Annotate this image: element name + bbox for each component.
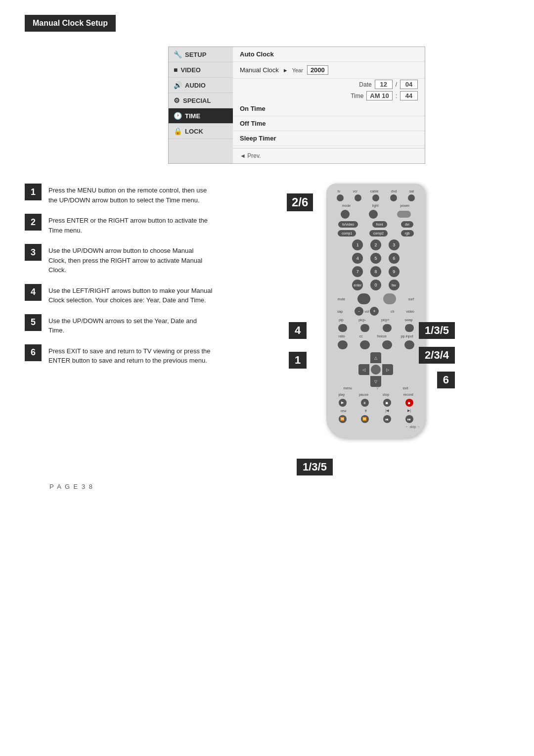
dvd-btn[interactable] xyxy=(390,194,397,201)
option-off-time[interactable]: Off Time xyxy=(233,116,425,131)
stop-btn[interactable]: ⏹ xyxy=(383,399,391,407)
swap-btn[interactable] xyxy=(405,324,414,332)
cable-btn[interactable] xyxy=(372,194,379,201)
picp-text: picp+ xyxy=(381,318,390,322)
option-on-time[interactable]: On Time xyxy=(233,101,425,116)
comp1-btn[interactable]: comp1 xyxy=(338,230,356,236)
rgb-btn[interactable]: rgb xyxy=(401,230,414,236)
dpad-right[interactable]: ▷ xyxy=(382,364,393,375)
btn-4[interactable]: 4 xyxy=(352,253,363,264)
skip-fwd-text: ▶| xyxy=(407,409,411,413)
btn-9[interactable]: 9 xyxy=(389,266,400,277)
pause-btn[interactable]: ⏸ xyxy=(361,399,369,407)
remote-area: 2/6 tv vcr cable dvd sat xyxy=(232,184,509,490)
steps-list: 1 Press the MENU button on the remote co… xyxy=(25,184,213,490)
dpad-left[interactable]: ◁ xyxy=(358,364,369,375)
ratio-btn[interactable] xyxy=(338,340,348,349)
dpad-up[interactable]: △ xyxy=(370,352,381,363)
ppinput-btn[interactable] xyxy=(404,340,414,349)
stop-text: stop xyxy=(383,393,389,396)
tv-btn[interactable] xyxy=(337,194,344,201)
callout-1: 1 xyxy=(289,352,307,369)
date-sep: / xyxy=(396,81,397,88)
date-value1[interactable]: 12 xyxy=(375,80,393,89)
surf-btn[interactable] xyxy=(383,293,396,304)
tvvideo-btn[interactable]: tv/video xyxy=(338,221,358,228)
step-text-1: Press the MENU button on the remote cont… xyxy=(48,184,213,205)
picp-btn[interactable] xyxy=(383,324,392,332)
option-auto-clock[interactable]: Auto Clock xyxy=(233,47,425,62)
skip-label: ← skip → xyxy=(331,425,420,428)
btn-3[interactable]: 3 xyxy=(389,239,400,250)
ratio-btns-row xyxy=(331,340,420,349)
btn-enter[interactable]: enter xyxy=(352,280,363,290)
play-text: play xyxy=(338,393,345,396)
vol-text: vol xyxy=(364,310,369,313)
mode-btn[interactable] xyxy=(341,210,350,219)
arrow-right-icon: ► xyxy=(283,67,288,73)
cc-btn[interactable] xyxy=(360,340,370,349)
date-value2[interactable]: 04 xyxy=(400,80,418,89)
step-num-1: 1 xyxy=(25,184,42,200)
tv-label: tv xyxy=(338,189,340,193)
time-label: Time xyxy=(351,93,363,99)
btn-2[interactable]: 2 xyxy=(370,239,381,250)
skipback-btn[interactable]: ⏮ xyxy=(383,415,391,423)
dvi-btn[interactable]: dvi xyxy=(401,221,413,228)
callout-4: 4 xyxy=(289,322,307,339)
front-btn[interactable]: front xyxy=(372,221,387,228)
btn-8[interactable]: 8 xyxy=(370,266,381,277)
video-text: video xyxy=(406,310,414,313)
callout-234-right: 2/3/4 xyxy=(419,347,455,364)
btn-fav[interactable]: fav xyxy=(389,280,400,290)
freeze-btn[interactable] xyxy=(382,340,392,349)
rew-btn[interactable]: ⏪ xyxy=(339,415,347,423)
sat-btn[interactable] xyxy=(408,194,415,201)
menu-item-audio[interactable]: 🔊 AUDIO xyxy=(169,78,233,93)
dpad: △ ◁ ▷ ▽ xyxy=(358,352,393,387)
skipfwd-btn[interactable]: ⏭ xyxy=(405,415,413,423)
option-sleep-timer[interactable]: Sleep Timer xyxy=(233,131,425,146)
prev-button[interactable]: ◄ Prev. xyxy=(233,148,425,163)
comp2-btn[interactable]: comp2 xyxy=(369,230,388,236)
record-btn[interactable]: ⏺ xyxy=(405,399,413,407)
time-value2[interactable]: 44 xyxy=(400,91,418,100)
btn-0[interactable]: 0 xyxy=(370,280,381,290)
setup-icon: 🔧 xyxy=(174,50,182,58)
mute-btn[interactable] xyxy=(357,293,370,304)
vcr-btn[interactable] xyxy=(355,194,361,201)
dpad-down[interactable]: ▽ xyxy=(370,376,381,387)
menu-item-special-label: SPECIAL xyxy=(183,97,211,104)
exit-text: exit xyxy=(403,386,408,390)
pip-btn[interactable] xyxy=(338,324,347,332)
pipm-btn[interactable] xyxy=(360,324,369,332)
sap-text: sap xyxy=(337,310,343,313)
menu-item-video[interactable]: ■ VIDEO xyxy=(169,62,233,78)
transport-labels: play pause stop record xyxy=(331,393,420,396)
mode-label: mode xyxy=(342,204,351,207)
time-value1[interactable]: AM 10 xyxy=(366,91,392,100)
power-btn[interactable] xyxy=(397,211,411,218)
menu-item-setup[interactable]: 🔧 SETUP xyxy=(169,47,233,62)
pip-btns-row xyxy=(331,324,420,332)
dpad-center[interactable] xyxy=(371,365,381,375)
option-manual-clock[interactable]: Manual Clock ► Year 2000 xyxy=(233,62,425,79)
step-num-2: 2 xyxy=(25,214,42,231)
year-value[interactable]: 2000 xyxy=(307,65,328,75)
light-btn[interactable] xyxy=(369,210,378,219)
play-btn[interactable]: ▶ xyxy=(339,399,347,407)
vol-down-btn[interactable]: - xyxy=(355,307,363,316)
step-text-3: Use the UP/DOWN arrow button to choose M… xyxy=(48,244,213,275)
vol-up-btn[interactable]: + xyxy=(370,307,379,316)
btn-1[interactable]: 1 xyxy=(352,239,363,250)
menu-item-lock[interactable]: 🔒 LOCK xyxy=(169,124,233,139)
btn-5[interactable]: 5 xyxy=(370,253,381,264)
btn-6[interactable]: 6 xyxy=(389,253,400,264)
callout-135-bottom: 1/3/5 xyxy=(297,459,333,475)
ff-btn[interactable]: ⏩ xyxy=(361,415,369,423)
btn-7[interactable]: 7 xyxy=(352,266,363,277)
menu-item-time[interactable]: 🕐 TIME xyxy=(169,108,233,124)
audio-icon: 🔊 xyxy=(174,81,182,89)
menu-item-special[interactable]: ⚙ SPECIAL xyxy=(169,93,233,108)
dvd-label: dvd xyxy=(391,189,397,193)
